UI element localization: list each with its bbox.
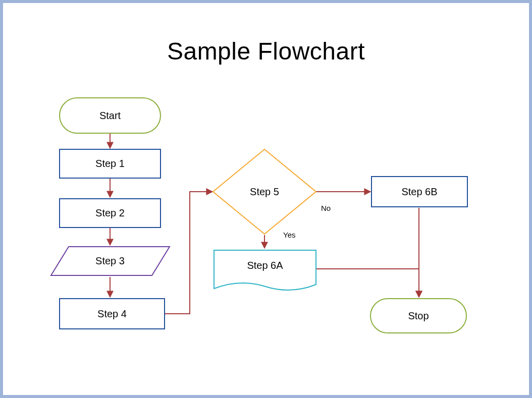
label-step5: Step 5 [250,186,279,197]
edge-label-no: No [321,204,331,212]
slide-frame: Sample Flowchart [0,0,532,398]
label-stop: Stop [408,310,429,321]
flowchart-diagram: Yes No Start Step 1 Step 2 Step 3 Step 4 [3,3,529,395]
node-step3: Step 3 [51,247,170,275]
node-step4: Step 4 [60,299,165,329]
edge-step6a-stop [316,269,419,297]
label-step6a: Step 6A [247,260,283,271]
label-step4: Step 4 [97,308,127,319]
node-step2: Step 2 [60,199,161,228]
node-stop: Stop [370,299,466,333]
node-step5: Step 5 [213,149,316,234]
label-step2: Step 2 [95,207,125,218]
node-start: Start [60,98,161,133]
label-step6b: Step 6B [401,186,437,197]
node-step6b: Step 6B [371,177,467,207]
edge-label-yes: Yes [283,231,295,239]
node-step6a: Step 6A [214,250,316,290]
edge-step4-step5 [165,192,212,314]
label-step3: Step 3 [95,255,125,266]
node-step1: Step 1 [60,149,161,178]
label-step1: Step 1 [95,158,125,169]
label-start: Start [99,110,121,121]
